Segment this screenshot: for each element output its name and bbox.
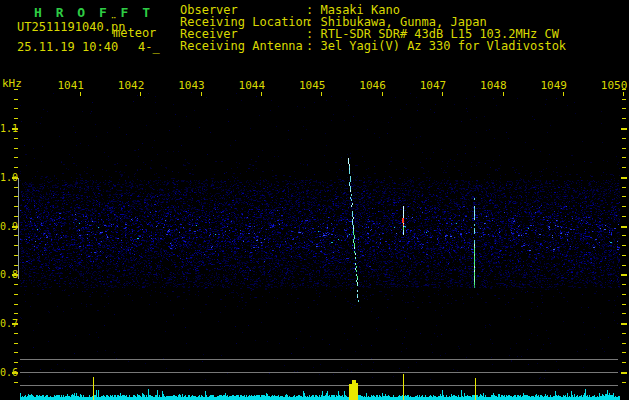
y-axis-tick-right xyxy=(622,245,626,246)
datetime-label: 25.11.19 10:40 xyxy=(17,40,118,54)
y-axis-tick-right xyxy=(622,362,626,363)
y-axis-tick-left xyxy=(14,99,18,100)
y-axis-tick-right xyxy=(622,167,626,168)
y-axis-tick-right xyxy=(621,323,627,325)
y-axis-tick-right xyxy=(622,157,626,158)
level-reference-line xyxy=(20,359,618,360)
y-axis-tick-left xyxy=(14,148,18,149)
band-left-edge-line xyxy=(18,178,19,279)
y-axis-tick-left xyxy=(14,333,18,334)
y-axis-tick-right xyxy=(622,382,626,383)
y-axis-label: 1.1 xyxy=(0,123,18,134)
level-reference-line xyxy=(20,372,618,373)
y-axis-tick-left xyxy=(14,352,18,353)
y-axis-label: 0.8 xyxy=(0,269,18,280)
y-axis-unit: kHz xyxy=(2,77,22,90)
y-axis-tick-left xyxy=(14,362,18,363)
signal-level-strip-canvas xyxy=(20,387,620,400)
y-axis-tick-right xyxy=(622,304,626,305)
y-axis-tick-left xyxy=(14,343,18,344)
y-axis-tick-right xyxy=(622,235,626,236)
event-spike xyxy=(93,377,94,400)
y-axis-tick-right xyxy=(621,177,627,179)
y-axis-tick-left xyxy=(14,138,18,139)
event-spike xyxy=(356,383,358,400)
y-axis-tick-left xyxy=(14,382,18,383)
y-axis-tick-left xyxy=(14,167,18,168)
y-axis-tick-right xyxy=(622,255,626,256)
y-axis-tick-left xyxy=(14,108,18,109)
y-axis-tick-left xyxy=(14,294,18,295)
event-spike xyxy=(403,374,404,400)
y-axis-tick-right xyxy=(622,118,626,119)
y-axis-tick-right xyxy=(621,226,627,228)
y-axis-tick-right xyxy=(622,284,626,285)
info-separator: : xyxy=(306,39,320,53)
y-axis-tick-right xyxy=(621,372,627,374)
y-axis-label: 0.9 xyxy=(0,221,18,232)
y-axis-tick-right xyxy=(622,187,626,188)
y-axis-tick-right xyxy=(622,352,626,353)
app-title: H R O F F T xyxy=(34,5,153,20)
info-row: Receiving Antenna: 3el Yagi(V) Az 330 fo… xyxy=(180,40,566,52)
y-axis-tick-right xyxy=(622,89,626,90)
y-axis-tick-left xyxy=(14,284,18,285)
receiver-info-block: Observer: Masaki KanoReceiving Location:… xyxy=(180,4,566,52)
event-spike xyxy=(475,378,476,400)
y-axis-tick-left xyxy=(14,89,18,90)
y-axis-tick-right xyxy=(622,108,626,109)
y-axis-tick-right xyxy=(622,99,626,100)
info-value: 3el Yagi(V) Az 330 for Vladivostok xyxy=(320,39,566,53)
y-axis-label: 0.7 xyxy=(0,318,18,329)
y-axis-tick-right xyxy=(622,206,626,207)
y-axis-tick-left xyxy=(14,304,18,305)
y-axis-tick-left xyxy=(14,313,18,314)
y-axis-label: 1.0 xyxy=(0,172,18,183)
spectrogram-canvas xyxy=(20,89,620,385)
info-label: Receiving Antenna xyxy=(180,40,306,52)
hrofft-screen: H R O F F T UT2511191040.pn ¨ meteor 25.… xyxy=(0,0,629,400)
y-axis-tick-right xyxy=(622,216,626,217)
y-axis-tick-right xyxy=(621,128,627,130)
echo-counter: 4-_ xyxy=(138,40,160,54)
y-axis-tick-right xyxy=(622,333,626,334)
y-axis-label: 0.6 xyxy=(0,367,18,378)
y-axis-tick-right xyxy=(622,265,626,266)
station-label: meteor xyxy=(113,26,156,40)
y-axis-tick-right xyxy=(621,274,627,276)
level-reference-line xyxy=(20,385,618,386)
y-axis-tick-right xyxy=(622,294,626,295)
y-axis-tick-right xyxy=(622,148,626,149)
y-axis-tick-right xyxy=(622,138,626,139)
y-axis-tick-right xyxy=(622,313,626,314)
x-axis-tick xyxy=(623,92,624,96)
y-axis-tick-left xyxy=(14,157,18,158)
y-axis-tick-right xyxy=(622,343,626,344)
y-axis-tick-right xyxy=(622,196,626,197)
y-axis-tick-left xyxy=(14,118,18,119)
